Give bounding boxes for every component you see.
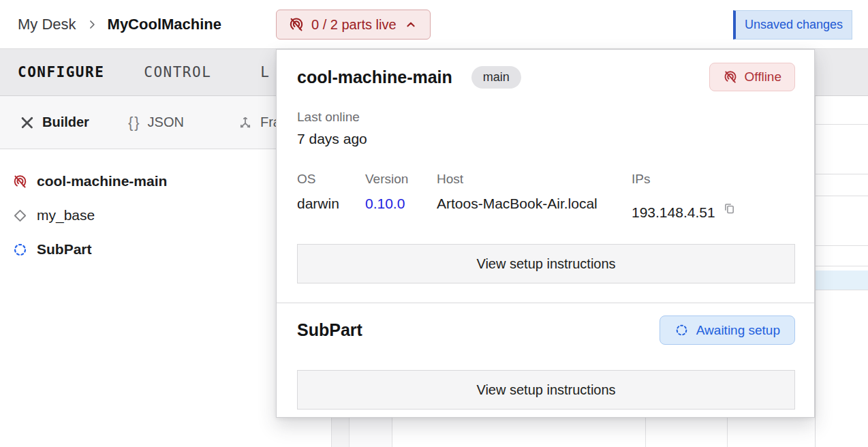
sub-part-header: SubPart Awaiting setup [297, 315, 795, 345]
sidebar-item-cool-machine-main[interactable]: cool-machine-main [0, 164, 275, 198]
mode-json-label: JSON [148, 114, 184, 130]
diamond-icon [12, 208, 28, 224]
column-divider [727, 418, 728, 447]
parts-live-status-dropdown[interactable]: 0 / 2 parts live [276, 10, 431, 40]
dashed-circle-icon [675, 323, 689, 337]
chevron-up-icon [403, 17, 418, 32]
version-link[interactable]: 0.10.0 [365, 196, 437, 212]
breadcrumb-my-desk[interactable]: My Desk [18, 16, 76, 33]
column-divider [349, 418, 350, 447]
offline-status-badge: Offline [709, 63, 795, 91]
chevron-right-icon [85, 18, 99, 31]
tab-control[interactable]: CONTROL [144, 64, 211, 80]
column-divider [645, 418, 646, 447]
row-divider [816, 174, 868, 174]
main-part-section: cool-machine-main main Offline Last onli… [277, 50, 814, 283]
wifi-off-icon [288, 16, 305, 33]
top-bar: My Desk MyCoolMachine 0 / 2 parts live U… [0, 0, 868, 48]
machine-parts-sidebar: cool-machine-main my_base SubPart [0, 164, 275, 266]
table-column-fill [349, 418, 392, 447]
mode-frame[interactable]: Fra [237, 114, 281, 131]
copy-icon[interactable] [722, 201, 737, 215]
sidebar-item-label: cool-machine-main [37, 173, 167, 189]
mode-builder-label: Builder [42, 114, 89, 130]
host-label: Host [437, 172, 632, 187]
parts-live-label: 0 / 2 parts live [311, 17, 397, 33]
sidebar-item-label: SubPart [37, 241, 92, 258]
host-value: Artoos-MacBook-Air.local [437, 196, 632, 212]
version-column: Version 0.10.0 [365, 172, 437, 221]
tools-icon [19, 114, 35, 131]
host-column: Host Artoos-MacBook-Air.local [437, 172, 632, 221]
last-online-label: Last online [297, 110, 795, 125]
background-table-bottom-edge [275, 418, 815, 447]
main-part-header: cool-machine-main main Offline [297, 62, 795, 92]
unsaved-changes-label: Unsaved changes [745, 18, 843, 32]
dashed-circle-icon [12, 242, 28, 258]
os-value: darwin [297, 196, 365, 212]
breadcrumb: My Desk MyCoolMachine [18, 0, 221, 48]
ip-row: 193.148.4.51 [632, 196, 795, 221]
column-divider [392, 418, 392, 447]
version-label: Version [365, 172, 437, 187]
braces-icon: {} [128, 114, 141, 132]
sidebar-item-label: my_base [37, 207, 95, 224]
tab-configure[interactable]: CONFIGURE [18, 64, 104, 80]
row-divider [816, 266, 868, 266]
part-name: cool-machine-main [297, 67, 452, 87]
column-divider [331, 418, 332, 447]
awaiting-setup-label: Awaiting setup [696, 323, 780, 338]
view-setup-instructions-button[interactable]: View setup instructions [297, 244, 795, 283]
offline-status-label: Offline [744, 70, 781, 84]
sidebar-item-subpart[interactable]: SubPart [0, 232, 275, 266]
wifi-off-icon [12, 174, 28, 189]
part-info-grid: OS darwin Version 0.10.0 Host Artoos-Mac… [297, 172, 795, 221]
tab-logs-partial[interactable]: L [260, 64, 270, 80]
background-table-right-edge [815, 96, 868, 447]
row-divider [816, 290, 868, 290]
view-setup-instructions-button[interactable]: View setup instructions [297, 370, 795, 410]
ips-label: IPs [632, 172, 795, 187]
mode-builder[interactable]: Builder [19, 114, 89, 131]
os-label: OS [297, 172, 365, 187]
table-column-fill [331, 418, 349, 447]
sidebar-item-my-base[interactable]: my_base [0, 198, 275, 232]
part-name: SubPart [297, 320, 362, 340]
awaiting-setup-badge: Awaiting setup [660, 315, 795, 345]
os-column: OS darwin [297, 172, 365, 221]
breadcrumb-machine-name: MyCoolMachine [108, 16, 221, 33]
ips-column: IPs 193.148.4.51 [632, 172, 795, 221]
main-part-badge: main [471, 66, 521, 89]
ip-value: 193.148.4.51 [632, 204, 715, 221]
row-divider [816, 124, 868, 125]
highlighted-row [816, 271, 868, 290]
row-divider [816, 196, 868, 196]
sub-part-section: SubPart Awaiting setup View setup instru… [277, 303, 814, 410]
last-online-value: 7 days ago [297, 131, 795, 147]
row-divider [816, 245, 868, 246]
unsaved-changes-badge: Unsaved changes [733, 10, 852, 40]
mode-json[interactable]: {} JSON [128, 114, 184, 132]
machine-status-panel: cool-machine-main main Offline Last onli… [276, 49, 815, 418]
wifi-off-icon [723, 70, 738, 84]
frame-axes-icon [237, 114, 253, 131]
